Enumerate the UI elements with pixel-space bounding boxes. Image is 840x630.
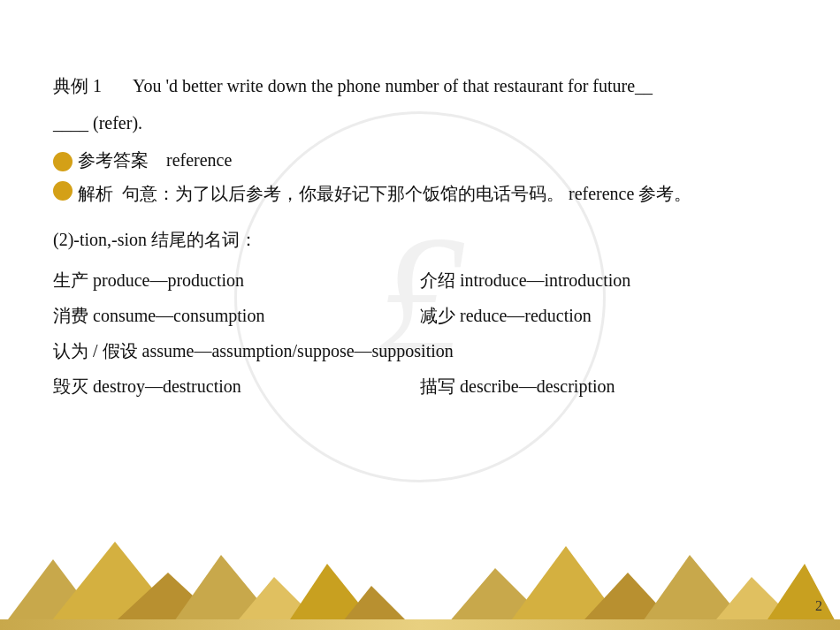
word-row: 毁灭 destroy—destruction 描写 describe—descr…: [53, 369, 787, 403]
word-col: 生产 produce—production: [53, 263, 420, 297]
gold-bar: [0, 619, 840, 630]
word-row: 消费 consume—consumption 减少 reduce—reducti…: [53, 299, 787, 332]
word-pair: destroy—destruction: [93, 376, 241, 396]
word-pair: assume—assumption/suppose—supposition: [142, 341, 454, 361]
example-line2: ____ (refer).: [53, 108, 787, 138]
word-cn: 生产: [53, 270, 88, 290]
word-col: 描写 describe—description: [420, 369, 787, 403]
word-cn: 描写: [420, 376, 455, 396]
word-pair: consume—consumption: [93, 306, 264, 325]
word-cn: 消费: [53, 306, 88, 325]
example-line1: 典例 1 You 'd better write down the phone …: [53, 71, 787, 101]
answer-value: reference: [166, 145, 232, 175]
answer-line: 参考答案 reference: [53, 145, 787, 175]
analysis-label: 解析: [78, 178, 113, 209]
svg-marker-8: [504, 546, 628, 630]
analysis-bullet: [53, 181, 73, 201]
word-cn: 认为 / 假设: [53, 341, 138, 361]
section2-title: (2)-tion,-sion 结尾的名词：: [53, 224, 787, 254]
word-row: 认为 / 假设 assume—assumption/suppose—suppos…: [53, 334, 787, 368]
word-pair: reduce—reduction: [460, 306, 592, 325]
word-pair: introduce—introduction: [460, 270, 630, 290]
main-content: 典例 1 You 'd better write down the phone …: [53, 71, 787, 405]
word-pair: produce—production: [93, 270, 244, 290]
word-col: 减少 reduce—reduction: [420, 299, 787, 332]
word-cn: 介绍: [420, 270, 455, 290]
word-col: 认为 / 假设 assume—assumption/suppose—suppos…: [53, 334, 787, 368]
analysis-text: 句意：为了以后参考，你最好记下那个饭馆的电话号码。 reference 参考。: [122, 178, 691, 209]
example-text: You 'd better write down the phone numbe…: [133, 76, 653, 95]
word-col: 消费 consume—consumption: [53, 299, 420, 332]
word-pair: describe—description: [460, 376, 615, 396]
example-label: 典例 1: [53, 76, 102, 95]
answer-bullet: [53, 152, 73, 171]
svg-marker-1: [44, 542, 186, 630]
analysis-line: 解析 句意：为了以后参考，你最好记下那个饭馆的电话号码。 reference 参…: [53, 178, 787, 209]
mountain-decoration: [0, 524, 840, 630]
word-col: 毁灭 destroy—destruction: [53, 369, 420, 403]
word-cn: 减少: [420, 306, 455, 325]
word-cn: 毁灭: [53, 376, 88, 396]
answer-label: 参考答案: [78, 145, 149, 175]
page-number: 2: [815, 598, 822, 614]
word-col: 介绍 introduce—introduction: [420, 263, 787, 297]
word-row: 生产 produce—production 介绍 introduce—intro…: [53, 263, 787, 297]
word-pairs: 生产 produce—production 介绍 introduce—intro…: [53, 263, 787, 403]
